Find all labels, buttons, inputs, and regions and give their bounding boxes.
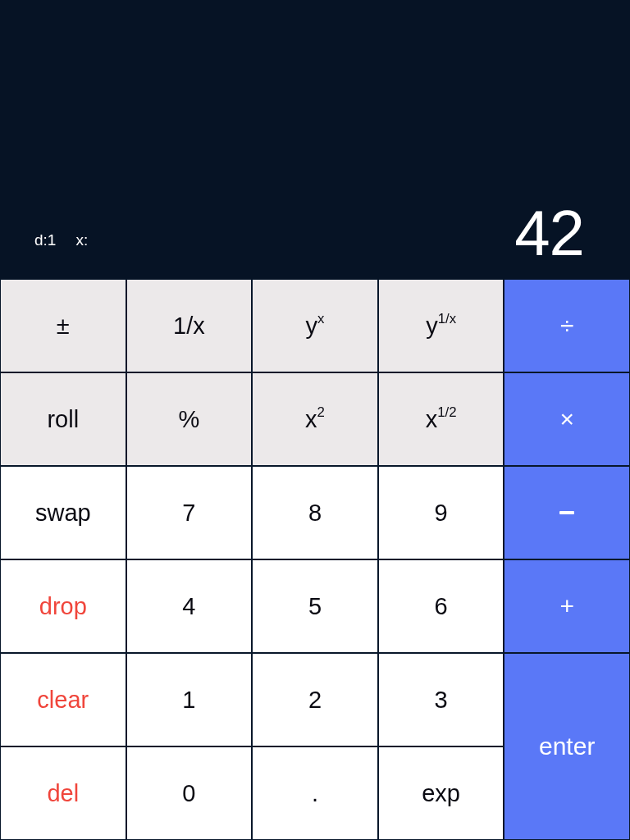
divide-button[interactable]: ÷ (504, 279, 630, 372)
digit-0-button[interactable]: 0 (126, 746, 253, 840)
enter-button[interactable]: enter (504, 653, 630, 840)
y-power-x-button[interactable]: yx (252, 279, 378, 372)
display-area: d:1 x: 42 (0, 0, 630, 279)
y-power-x-base: y (306, 313, 318, 340)
digit-4-button[interactable]: 4 (126, 559, 253, 653)
display-result: 42 (514, 196, 584, 271)
digit-7-button[interactable]: 7 (126, 466, 253, 559)
decimal-button[interactable]: . (252, 746, 378, 840)
x-indicator: x: (75, 231, 88, 249)
y-root-x-exp: 1/x (438, 311, 456, 327)
y-root-x-button[interactable]: y1/x (378, 279, 504, 372)
digit-6-button[interactable]: 6 (378, 559, 504, 653)
drop-button[interactable]: drop (0, 559, 126, 653)
percent-button[interactable]: % (126, 372, 253, 466)
digit-8-button[interactable]: 8 (252, 466, 378, 559)
display-status: d:1 x: (34, 231, 88, 249)
d-label: d: (34, 231, 48, 249)
x-squared-base: x (305, 406, 317, 433)
roll-button[interactable]: roll (0, 372, 126, 466)
x-root-exp: 1/2 (437, 404, 456, 421)
x-root-base: x (426, 406, 438, 433)
d-value: 1 (48, 231, 57, 249)
y-power-x-exp: x (317, 311, 324, 327)
x-squared-exp: 2 (317, 404, 325, 421)
x-squared-button[interactable]: x2 (252, 372, 378, 466)
del-button[interactable]: del (0, 746, 126, 840)
digit-1-button[interactable]: 1 (126, 653, 253, 746)
d-indicator: d:1 (34, 231, 56, 249)
calculator-screen: d:1 x: 42 ± 1/x yx y1/x ÷ roll % x2 x1/2… (0, 0, 630, 840)
digit-9-button[interactable]: 9 (378, 466, 504, 559)
reciprocal-button[interactable]: 1/x (126, 279, 253, 372)
clear-button[interactable]: clear (0, 653, 126, 746)
digit-5-button[interactable]: 5 (252, 559, 378, 653)
exp-button[interactable]: exp (378, 746, 504, 840)
plus-minus-button[interactable]: ± (0, 279, 126, 372)
x-label: x: (75, 231, 88, 249)
y-root-x-base: y (426, 313, 438, 340)
keypad: ± 1/x yx y1/x ÷ roll % x2 x1/2 × swap 7 … (0, 279, 630, 840)
multiply-button[interactable]: × (504, 372, 630, 466)
plus-button[interactable]: + (504, 559, 630, 653)
swap-button[interactable]: swap (0, 466, 126, 559)
digit-3-button[interactable]: 3 (378, 653, 504, 746)
x-root-button[interactable]: x1/2 (378, 372, 504, 466)
minus-button[interactable] (504, 466, 630, 559)
minus-icon (559, 511, 574, 514)
digit-2-button[interactable]: 2 (252, 653, 378, 746)
